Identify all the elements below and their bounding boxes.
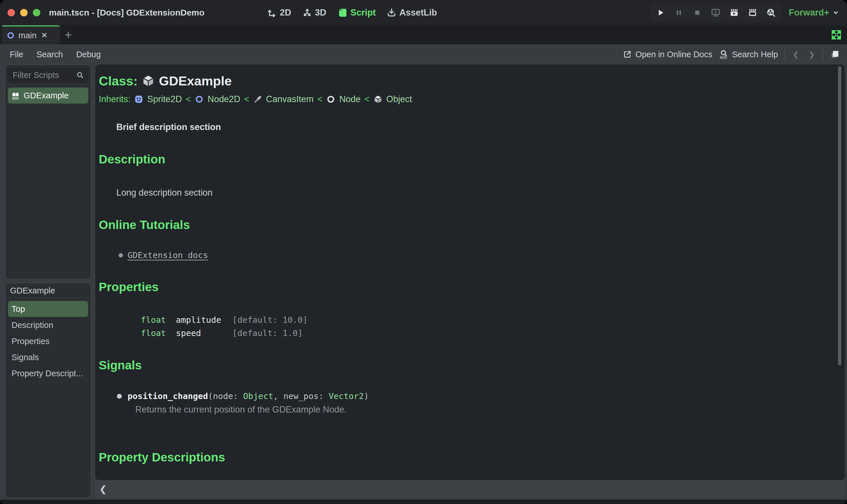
scripts-panel-toggle-button[interactable] — [830, 49, 840, 59]
pause-button[interactable] — [673, 7, 685, 18]
pause-icon — [674, 8, 684, 17]
collapse-sidebar-button[interactable]: ❮ — [99, 485, 107, 494]
sprite2d-icon — [134, 95, 143, 104]
movie-maker-button[interactable] — [765, 7, 777, 18]
history-forward-button[interactable]: ❯ — [807, 50, 816, 59]
tab-main[interactable]: main ✕ — [2, 25, 60, 44]
script-workspace: DOC GDExample GDExample Top Description … — [0, 65, 847, 500]
play-scene-button[interactable] — [728, 7, 740, 18]
signal-signature: position_changed(node: Object, new_pos: … — [127, 391, 369, 401]
script-item-gdexample[interactable]: DOC GDExample — [8, 87, 88, 104]
open-online-docs-label: Open in Online Docs — [635, 50, 712, 59]
divider — [784, 48, 785, 61]
property-name[interactable]: speed — [176, 328, 232, 338]
bullet-icon — [117, 394, 122, 399]
object-cube-icon — [374, 95, 383, 104]
inherits-link-sprite2d[interactable]: Sprite2D — [147, 94, 182, 104]
inherits-link-object[interactable]: Object — [386, 94, 412, 104]
expand-icon — [830, 29, 842, 41]
members-panel-header: GDExample — [5, 283, 91, 298]
canvasitem-brush-icon — [253, 95, 262, 104]
editor-mode-switcher: 2D 3D Script — [267, 0, 437, 25]
3d-axes-icon — [302, 8, 312, 18]
property-type-link[interactable]: float — [141, 328, 176, 338]
filter-scripts-input[interactable] — [12, 70, 76, 80]
inherits-separator: < — [244, 94, 249, 104]
renderer-label: Forward+ — [789, 7, 829, 18]
doc-column: Class: GDExample Inherits: Sprite2D < — [95, 65, 845, 498]
renderer-dropdown[interactable]: Forward+ — [789, 7, 840, 18]
inherits-link-canvasitem[interactable]: CanvasItem — [266, 94, 313, 104]
inherits-separator: < — [317, 94, 323, 104]
doc-book-icon: DOC — [11, 91, 20, 100]
add-tab-button[interactable]: + — [60, 25, 76, 44]
menubar-right: Open in Online Docs DOC Search Help ❮ ❯ — [623, 48, 847, 61]
mode-script-button[interactable]: Script — [337, 7, 376, 18]
node-icon — [326, 95, 335, 104]
mode-3d-label: 3D — [315, 7, 327, 18]
member-item-top[interactable]: Top — [8, 301, 88, 317]
play-button[interactable] — [655, 7, 666, 18]
tutorials-heading: Online Tutorials — [99, 217, 827, 233]
stop-icon — [693, 8, 702, 17]
property-descriptions-heading: Property Descriptions — [99, 449, 827, 465]
menu-search[interactable]: Search — [37, 50, 63, 59]
mode-3d-button[interactable]: 3D — [302, 7, 327, 18]
mode-2d-label: 2D — [280, 7, 291, 18]
class-doc-panel: Class: GDExample Inherits: Sprite2D < — [95, 65, 845, 480]
clapper-icon — [747, 7, 758, 18]
movie-reel-icon — [766, 7, 776, 18]
svg-text:DOC: DOC — [12, 97, 19, 100]
external-link-icon — [623, 50, 632, 59]
tutorial-link[interactable]: GDExtension docs — [127, 250, 208, 260]
stop-button[interactable] — [692, 7, 703, 18]
member-list: Top Description Properties Signals Prope… — [5, 298, 91, 384]
remote-play-button[interactable] — [710, 7, 722, 18]
inherits-link-node[interactable]: Node — [339, 94, 360, 104]
open-online-docs-button[interactable]: Open in Online Docs — [623, 50, 712, 59]
description-heading: Description — [99, 151, 827, 167]
scrollbar-thumb[interactable] — [838, 66, 841, 365]
member-item-properties[interactable]: Properties — [8, 333, 88, 349]
signal-arg-type-link[interactable]: Object — [243, 391, 274, 401]
member-item-property-descriptions[interactable]: Property Descript... — [8, 365, 88, 381]
mode-script-label: Script — [350, 7, 376, 18]
inherits-link-node2d[interactable]: Node2D — [208, 94, 240, 104]
menu-file[interactable]: File — [10, 50, 23, 59]
property-default: [default: 10.0] — [232, 315, 827, 325]
menu-debug[interactable]: Debug — [76, 50, 101, 59]
play-icon — [656, 8, 666, 18]
tutorial-item: GDExtension docs — [119, 250, 827, 260]
property-type-link[interactable]: float — [141, 315, 176, 325]
inherits-separator: < — [186, 94, 191, 104]
clapper-play-icon — [729, 7, 739, 18]
titlebar: main.tscn - [Docs] GDExtensionDemo 2D — [0, 0, 847, 25]
search-help-button[interactable]: DOC Search Help — [719, 50, 778, 59]
node2d-icon — [6, 31, 15, 40]
window-bottom-edge — [0, 500, 847, 504]
signal-arg-type-link[interactable]: Vector2 — [328, 391, 364, 401]
maximize-window-button[interactable] — [33, 9, 40, 16]
search-help-icon: DOC — [719, 50, 729, 59]
signal-punctuation: (node: — [208, 391, 243, 401]
history-back-button[interactable]: ❮ — [791, 50, 801, 59]
search-help-label: Search Help — [732, 50, 778, 59]
member-item-description[interactable]: Description — [8, 317, 88, 333]
property-name[interactable]: amplitude — [176, 315, 232, 325]
close-icon[interactable]: ✕ — [41, 32, 48, 39]
signals-heading: Signals — [99, 357, 827, 373]
play-custom-scene-button[interactable] — [747, 7, 758, 18]
class-name: GDExample — [159, 74, 232, 87]
class-heading-row: Class: GDExample — [99, 72, 827, 89]
mode-2d-button[interactable]: 2D — [267, 7, 291, 18]
minimize-window-button[interactable] — [20, 9, 28, 16]
mode-assetlib-button[interactable]: AssetLib — [387, 7, 437, 18]
tab-main-label: main — [18, 31, 37, 40]
doc-content: Class: GDExample Inherits: Sprite2D < — [95, 65, 845, 465]
close-window-button[interactable] — [7, 9, 15, 16]
brief-description: Brief description section — [116, 122, 827, 132]
member-item-signals[interactable]: Signals — [8, 349, 88, 365]
expand-button[interactable] — [830, 25, 847, 44]
filter-scripts-field[interactable] — [8, 68, 88, 83]
signal-punctuation: , new_pos: — [273, 391, 328, 401]
